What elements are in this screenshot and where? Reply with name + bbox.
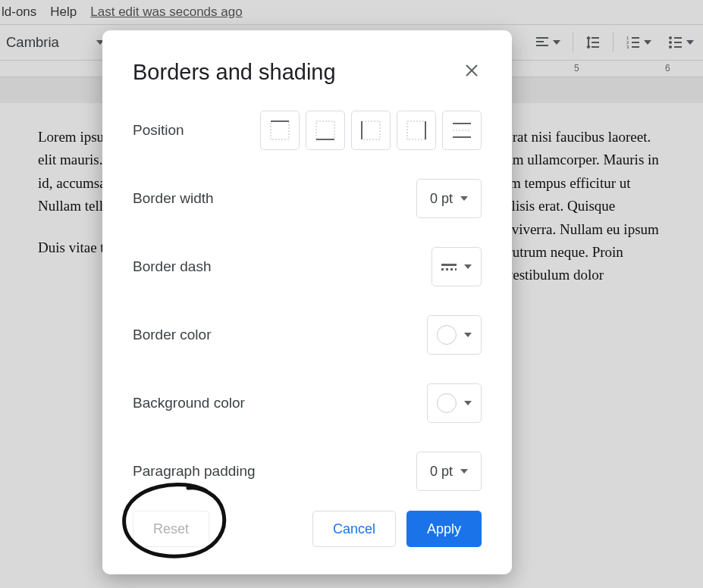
last-edit-link[interactable]: Last edit was seconds ago xyxy=(90,5,242,20)
apply-button[interactable]: Apply xyxy=(406,511,482,547)
chevron-down-icon xyxy=(553,40,560,45)
paragraph-padding-label: Paragraph padding xyxy=(133,463,256,480)
svg-point-17 xyxy=(669,36,672,39)
menu-help[interactable]: Help xyxy=(50,5,77,20)
border-top-icon xyxy=(269,120,290,141)
reset-button[interactable]: Reset xyxy=(133,511,209,547)
position-top-button[interactable] xyxy=(260,111,300,150)
color-swatch xyxy=(437,325,457,345)
position-between-button[interactable] xyxy=(442,111,482,150)
align-button[interactable] xyxy=(530,32,565,53)
toolbar-divider xyxy=(573,33,573,52)
position-bottom-button[interactable] xyxy=(306,111,345,150)
numbered-list-button[interactable]: 123 xyxy=(621,32,656,53)
toolbar-divider xyxy=(613,33,614,52)
border-color-label: Border color xyxy=(133,327,212,343)
cancel-button[interactable]: Cancel xyxy=(312,511,396,547)
chevron-down-icon xyxy=(644,40,651,45)
chevron-down-icon xyxy=(464,401,472,405)
ruler-mark: 5 xyxy=(574,63,579,74)
dash-preview-icon xyxy=(441,264,457,271)
position-label: Position xyxy=(133,122,184,139)
background-color-label: Background color xyxy=(133,395,245,411)
position-group xyxy=(260,111,482,150)
svg-rect-26 xyxy=(362,121,380,139)
background-color-dropdown[interactable] xyxy=(427,383,482,423)
chevron-down-icon xyxy=(686,40,694,45)
font-family-label: Cambria xyxy=(6,34,59,51)
menu-addons[interactable]: ld-ons xyxy=(2,5,36,20)
chevron-down-icon xyxy=(460,469,468,474)
chevron-down-icon xyxy=(464,333,472,337)
border-color-dropdown[interactable] xyxy=(427,315,482,355)
dialog-title: Borders and shading xyxy=(133,60,336,85)
svg-rect-22 xyxy=(271,121,289,139)
border-width-value: 0 pt xyxy=(430,191,453,207)
border-width-dropdown[interactable]: 0 pt xyxy=(416,179,482,218)
paragraph-padding-value: 0 pt xyxy=(430,464,453,480)
position-right-button[interactable] xyxy=(397,111,436,150)
ruler-mark: 6 xyxy=(665,63,670,74)
menubar: ld-ons Help Last edit was seconds ago xyxy=(0,0,703,24)
border-width-label: Border width xyxy=(133,190,214,207)
svg-rect-28 xyxy=(407,121,425,139)
font-family-select[interactable]: Cambria xyxy=(0,31,110,54)
svg-rect-24 xyxy=(316,121,334,139)
paragraph-padding-dropdown[interactable]: 0 pt xyxy=(416,452,482,491)
border-between-icon xyxy=(451,120,472,141)
line-spacing-button[interactable] xyxy=(581,32,605,53)
border-dash-dropdown[interactable] xyxy=(432,247,482,286)
border-bottom-icon xyxy=(315,120,336,141)
chevron-down-icon xyxy=(460,196,468,201)
close-icon xyxy=(465,64,479,77)
color-swatch xyxy=(437,393,457,413)
svg-point-18 xyxy=(669,41,672,44)
border-right-icon xyxy=(406,120,427,141)
svg-point-19 xyxy=(669,45,672,48)
position-left-button[interactable] xyxy=(351,111,391,150)
bulleted-list-button[interactable] xyxy=(664,32,698,53)
borders-and-shading-dialog: Borders and shading Position Border xyxy=(102,30,512,574)
border-dash-label: Border dash xyxy=(133,258,212,275)
close-button[interactable] xyxy=(462,59,482,85)
svg-text:3: 3 xyxy=(626,45,629,49)
border-left-icon xyxy=(360,120,381,141)
chevron-down-icon xyxy=(464,264,472,269)
